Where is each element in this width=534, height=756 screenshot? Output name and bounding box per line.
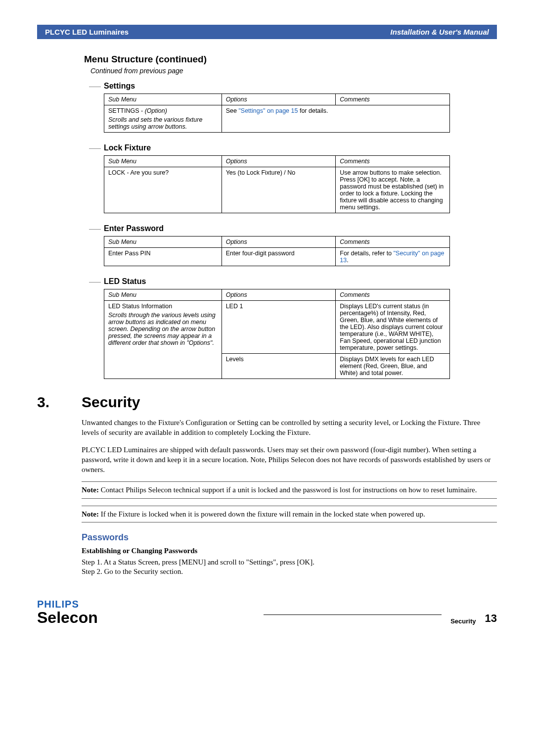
note1-text: Contact Philips Selecon technical suppor… [101,486,477,494]
menu-structure-title: Menu Structure (continued) [84,54,497,65]
col-submenu: Sub Menu [104,156,222,167]
lock-sub: LOCK - Are you sure? [104,167,222,213]
led-block: LED Status Sub Menu Options Comments LED… [104,277,497,379]
password-heading: Enter Password [104,224,497,233]
settings-submenu-cell: SETTINGS - (Option) Scrolls and sets the… [104,105,222,133]
led-sub-title: LED Status Information [108,303,172,310]
step-2: Step 2. Go to the Security section. [82,567,497,576]
rule [82,498,497,499]
chapter-number: 3. [37,394,82,411]
led-sub-desc: Scrolls through the various levels using… [108,312,218,346]
lock-table: Sub Menu Options Comments LOCK - Are you… [104,155,450,213]
password-block: Enter Password Sub Menu Options Comments… [104,224,497,266]
rule [82,506,497,506]
settings-com-pre: See [226,107,239,114]
chapter-row: 3. Security [37,394,497,411]
settings-com-link[interactable]: "Settings" on page 15 [238,107,298,114]
rule [82,481,497,482]
passwords-heading: Passwords [82,532,497,543]
header-bar: PLCYC LED Luminaires Installation & User… [37,25,497,39]
settings-sub-option: (Option) [145,107,167,114]
header-right: Installation & User's Manual [391,28,489,36]
settings-block: Settings Sub Menu Options Comments SETTI… [104,82,497,133]
continued-note: Continued from previous page [90,67,497,75]
col-comments: Comments [336,236,450,248]
lock-com: Use arrow buttons to make selection. Pre… [336,167,450,213]
led-heading: LED Status [104,277,497,286]
led-row2-com: Displays DMX levels for each LED element… [336,354,450,379]
password-opt: Enter four-digit password [222,248,336,266]
led-submenu-cell: LED Status Information Scrolls through t… [104,301,222,379]
col-options: Options [222,156,336,167]
brand-selecon: Selecon [37,610,98,625]
note2: Note: If the Fixture is locked when it i… [82,509,497,519]
password-com-pre: For details, refer to [340,250,393,257]
footer-section: Security [450,617,476,625]
lock-heading: Lock Fixture [104,143,497,152]
settings-com-post: for details. [298,107,328,114]
password-com-cell: For details, refer to "Security" on page… [336,248,450,266]
lock-opt: Yes (to Lock Fixture) / No [222,167,336,213]
password-sub: Enter Pass PIN [104,248,222,266]
rule [82,522,497,522]
header-left: PLCYC LED Luminaires [45,28,129,36]
col-options: Options [222,289,336,301]
note2-label: Note: [82,510,99,518]
passwords-sub: Establishing or Changing Passwords [82,547,497,555]
password-com-post: . [347,257,348,264]
col-comments: Comments [336,156,450,167]
col-options: Options [222,236,336,248]
settings-sub-prefix: SETTINGS - [108,107,143,114]
brand-block: PHILIPS Selecon [37,599,98,625]
col-comments: Comments [336,94,450,105]
step-1: Step 1. At a Status Screen, press [MENU]… [82,558,497,567]
col-submenu: Sub Menu [104,289,222,301]
settings-heading: Settings [104,82,497,91]
led-row2-opt: Levels [222,354,336,379]
settings-comments-cell: See "Settings" on page 15 for details. [222,105,449,133]
settings-table: Sub Menu Options Comments SETTINGS - (Op… [104,94,450,133]
note1-label: Note: [82,486,99,494]
security-p2: PLCYC LED Luminaires are shipped with de… [82,445,497,475]
col-comments: Comments [336,289,450,301]
settings-sub-desc: Scrolls and sets the various fixture set… [108,116,218,130]
col-submenu: Sub Menu [104,236,222,248]
footer-rule [264,614,442,615]
note2-text: If the Fixture is locked when it is powe… [101,510,425,518]
col-submenu: Sub Menu [104,94,222,105]
note1: Note: Contact Philips Selecon technical … [82,485,497,495]
lock-block: Lock Fixture Sub Menu Options Comments L… [104,143,497,213]
chapter-title: Security [82,394,140,411]
led-table: Sub Menu Options Comments LED Status Inf… [104,289,450,379]
col-options: Options [222,94,336,105]
led-row1-com: Displays LED's current status (in percen… [336,301,450,354]
password-table: Sub Menu Options Comments Enter Pass PIN… [104,236,450,266]
led-row1-opt: LED 1 [222,301,336,354]
footer-page: 13 [485,612,497,625]
footer-right: Security 13 [264,612,497,625]
footer: PHILIPS Selecon Security 13 [37,599,497,625]
security-p1: Unwanted changes to the Fixture's Config… [82,418,497,438]
